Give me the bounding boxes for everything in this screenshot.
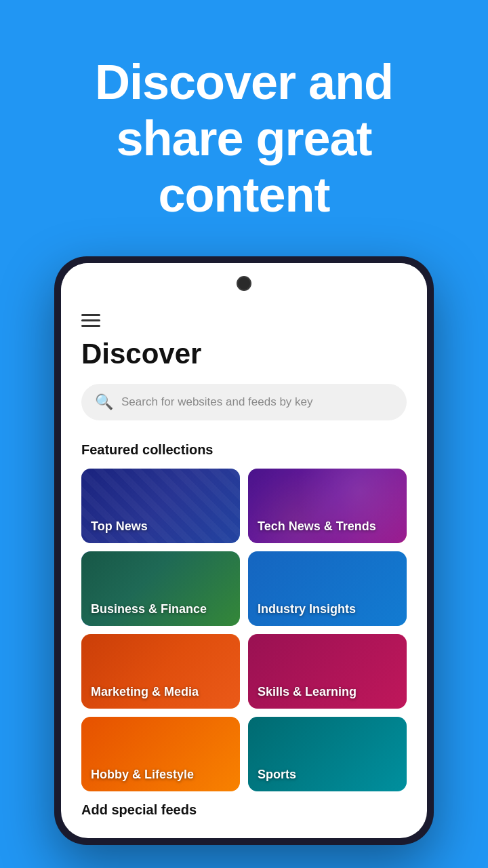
add-feeds-title: Add special feeds [81,802,407,818]
card-label-marketing: Marketing & Media [91,685,199,700]
collection-card-tech-news[interactable]: Tech News & Trends [248,469,407,543]
page-title: Discover [81,338,407,370]
phone-camera [237,276,251,291]
collection-card-business[interactable]: Business & Finance [81,551,240,626]
collection-card-top-news[interactable]: Top News [81,469,240,543]
app-content: Discover 🔍 Search for websites and feeds… [61,304,427,838]
card-label-top-news: Top News [91,519,148,534]
hero-section: Discover and share great content [0,0,488,256]
search-bar[interactable]: 🔍 Search for websites and feeds by key [81,384,407,420]
collection-card-skills[interactable]: Skills & Learning [248,634,407,709]
card-label-sports: Sports [258,768,296,783]
collection-card-industry[interactable]: Industry Insights [248,551,407,626]
search-placeholder-text: Search for websites and feeds by key [121,395,313,409]
phone-screen: Discover 🔍 Search for websites and feeds… [61,263,427,838]
card-label-tech-news: Tech News & Trends [258,519,376,534]
collection-card-sports[interactable]: Sports [248,717,407,791]
search-icon: 🔍 [95,393,113,411]
card-label-hobby: Hobby & Lifestyle [91,768,194,783]
phone-notch [61,263,427,304]
add-feeds-section: Add special feeds [81,802,407,818]
collections-grid: Top News Tech News & Trends Business & F… [81,469,407,791]
card-label-industry: Industry Insights [258,602,356,617]
card-label-skills: Skills & Learning [258,685,357,700]
featured-collections-label: Featured collections [81,442,407,458]
hamburger-menu[interactable] [81,314,407,327]
collection-card-hobby[interactable]: Hobby & Lifestyle [81,717,240,791]
hero-title: Discover and share great content [27,54,461,222]
collection-card-marketing[interactable]: Marketing & Media [81,634,240,709]
phone-mockup: Discover 🔍 Search for websites and feeds… [54,256,434,845]
card-label-business: Business & Finance [91,602,207,617]
